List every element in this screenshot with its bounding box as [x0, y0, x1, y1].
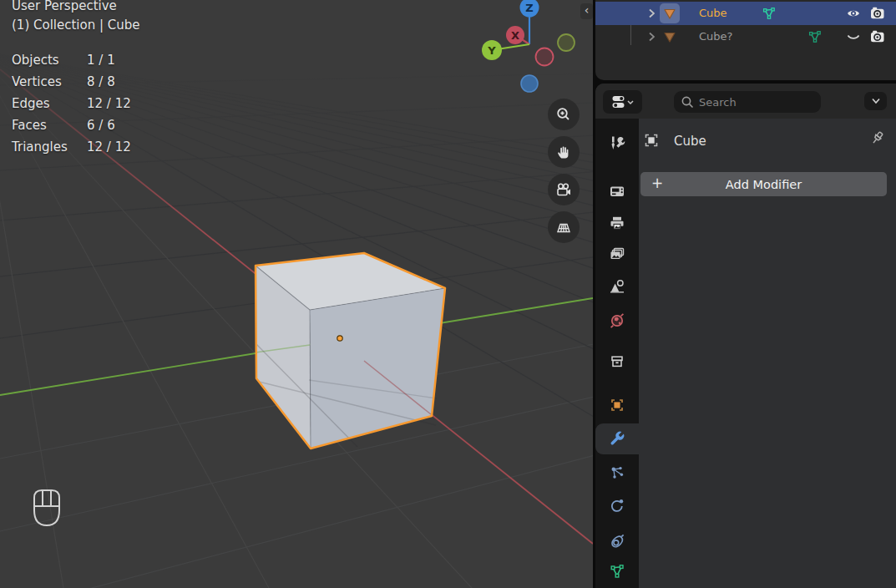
tab-scene[interactable] [595, 271, 639, 302]
tab-modifiers[interactable] [595, 423, 639, 454]
projection-toggle-button[interactable] [548, 211, 580, 243]
plus-icon: + [651, 175, 663, 191]
tab-object[interactable] [595, 390, 639, 420]
header-menu-button[interactable] [864, 92, 887, 110]
modifier-wrench-icon [609, 430, 625, 447]
add-modifier-label: Add Modifier [726, 178, 802, 191]
mesh-object-triangle-icon[interactable] [661, 28, 678, 45]
object-origin-dot [337, 336, 342, 341]
pan-button[interactable] [548, 136, 580, 168]
stat-faces: Faces 6 / 6 [12, 118, 170, 139]
svg-text:Y: Y [487, 44, 496, 57]
properties-tab-strip [595, 119, 639, 588]
mesh-data-icon[interactable] [761, 5, 777, 22]
outliner-panel[interactable]: Cube [595, 0, 896, 80]
tab-render[interactable] [595, 176, 639, 206]
object-breadcrumb-icon [642, 131, 661, 150]
tab-physics[interactable] [595, 490, 639, 520]
gizmo-axis-neg-z[interactable] [521, 75, 538, 92]
mesh-data-icon [609, 563, 625, 580]
tab-view-layer[interactable] [595, 240, 639, 270]
tab-tool[interactable] [595, 129, 639, 159]
stat-objects: Objects 1 / 1 [12, 53, 170, 74]
outliner-object-name[interactable]: Cube [699, 2, 727, 25]
output-printer-icon [609, 215, 625, 231]
outliner-row-cube2[interactable]: Cube? [595, 25, 896, 48]
zoom-button[interactable] [548, 99, 580, 130]
stat-triangles: Triangles 12 / 12 [12, 139, 170, 161]
3d-viewport[interactable]: User Perspective (1) Collection | Cube O… [0, 0, 593, 588]
outliner-row-cube[interactable]: Cube [595, 2, 896, 25]
mesh-data-icon[interactable] [807, 28, 823, 45]
object-properties-icon [609, 397, 625, 413]
properties-editor: Cube + Add Modifier [595, 84, 896, 588]
properties-editor-icon [611, 94, 635, 110]
breadcrumb-object-name: Cube [674, 132, 706, 150]
stat-edges: Edges 12 / 12 [12, 96, 170, 118]
camera-view-icon [554, 181, 573, 198]
outliner-object-name[interactable]: Cube? [699, 25, 732, 48]
particles-icon [609, 464, 625, 481]
expand-chevron-icon[interactable] [643, 5, 660, 22]
chevron-down-icon [628, 101, 633, 104]
tab-constraints[interactable] [595, 526, 639, 556]
svg-text:Z: Z [525, 2, 533, 14]
gizmo-axis-neg-x[interactable] [536, 48, 554, 66]
view-layer-images-icon [609, 246, 625, 263]
gizmo-axis-neg-y[interactable] [558, 34, 575, 51]
tab-world[interactable] [595, 306, 639, 336]
search-icon [681, 95, 695, 109]
camera-render-icon[interactable] [869, 28, 886, 45]
expand-chevron-icon[interactable] [643, 28, 660, 45]
tab-collection[interactable] [595, 347, 639, 377]
blender-window: User Perspective (1) Collection | Cube O… [0, 0, 896, 588]
mouse-buttons-icon [30, 487, 63, 529]
camera-render-icon[interactable] [869, 5, 886, 22]
eye-open-icon[interactable] [845, 5, 862, 22]
stat-vertices: Vertices 8 / 8 [12, 74, 170, 96]
viewport-perspective-label: User Perspective [12, 0, 117, 13]
toggle-projection-grid-icon [554, 218, 573, 236]
constraints-icon [609, 533, 625, 550]
chevron-down-icon [870, 96, 882, 106]
physics-orbit-icon [609, 497, 625, 514]
right-panel-column: Cube [593, 0, 896, 588]
editor-type-button[interactable] [603, 90, 642, 114]
world-globe-icon [609, 312, 625, 329]
tab-object-data[interactable] [595, 556, 639, 586]
camera-view-button[interactable] [548, 174, 580, 205]
svg-text:X: X [511, 29, 519, 42]
properties-header [595, 84, 896, 119]
render-camera-back-icon [609, 183, 625, 200]
mesh-object-triangle-icon[interactable] [661, 5, 678, 22]
collection-box-icon [609, 353, 625, 370]
search-field[interactable] [674, 91, 821, 113]
zoom-icon [554, 105, 573, 124]
eye-closed-icon[interactable] [845, 28, 862, 45]
pin-icon[interactable] [868, 129, 886, 150]
pan-hand-icon [555, 144, 572, 160]
tab-particles[interactable] [595, 458, 639, 488]
navigation-axis-gizmo[interactable]: Z X Y [480, 0, 585, 100]
sidebar-collapse-arrow[interactable]: ‹ [580, 3, 593, 19]
tool-icon [608, 134, 626, 153]
scene-icon [609, 278, 625, 295]
viewport-context-label: (1) Collection | Cube [12, 18, 140, 33]
add-modifier-button[interactable]: + Add Modifier [640, 172, 887, 196]
cube-right-face [310, 288, 445, 449]
viewport-statistics: Objects 1 / 1 Vertices 8 / 8 Edges 12 / … [12, 53, 170, 161]
tab-output[interactable] [595, 208, 639, 238]
search-input[interactable] [697, 92, 818, 112]
